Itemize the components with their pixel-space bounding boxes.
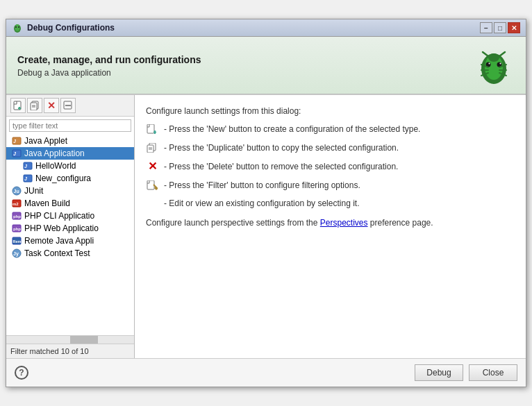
- java-application-icon: J: [12, 149, 22, 158]
- instruction-filter: - Press the 'Filter' button to configure…: [146, 180, 515, 192]
- footer-left: ?: [15, 366, 28, 380]
- copy-icon: [147, 143, 158, 153]
- filter-status: Filter matched 10 of 10: [10, 347, 89, 355]
- tree-item-label: Remote Java Appli: [24, 236, 94, 246]
- title-bar: Debug Configurations − □ ✕: [6, 19, 526, 37]
- svg-line-11: [483, 52, 488, 56]
- header-area: Create, manage, and run configurations D…: [6, 37, 526, 94]
- java-applet-icon: J: [12, 136, 22, 146]
- close-button[interactable]: ✕: [508, 22, 520, 33]
- close-dialog-button[interactable]: Close: [469, 364, 517, 381]
- minimize-button[interactable]: −: [480, 22, 492, 33]
- tree-item-label: Java Applet: [24, 136, 67, 146]
- remote-java-icon: Rem: [12, 236, 22, 246]
- tree-item-java-application[interactable]: J Java Application: [6, 147, 134, 160]
- svg-line-63: [155, 187, 157, 189]
- scroll-thumb: [70, 336, 98, 344]
- tree-item-junit[interactable]: Ju JUnit: [6, 185, 134, 197]
- new-instruction-icon: [146, 124, 158, 135]
- help-button[interactable]: ?: [15, 366, 28, 380]
- tree-item-label: Java Application: [24, 149, 85, 158]
- filter-input[interactable]: [9, 119, 131, 132]
- perspectives-text: Configure launch perspective settings fr…: [146, 217, 515, 230]
- new-instruction-text: - Press the 'New' button to create a con…: [164, 124, 420, 135]
- new-file-icon: [147, 124, 158, 134]
- tree-item-remote-java[interactable]: Rem Remote Java Appli: [6, 235, 134, 247]
- delete-instruction-icon: ✕: [146, 161, 158, 172]
- horizontal-scrollbar[interactable]: [6, 335, 134, 344]
- svg-text:Ju: Ju: [14, 189, 19, 194]
- debug-bug-icon: [473, 45, 515, 87]
- debug-button[interactable]: Debug: [415, 364, 463, 381]
- perspectives-before: Configure launch perspective settings fr…: [146, 218, 320, 228]
- footer-buttons: Debug Close: [415, 364, 517, 381]
- filter-icon-svg: [147, 180, 158, 190]
- tree-item-label: PHP CLI Applicatio: [24, 211, 94, 221]
- header-subtitle: Debug a Java application: [17, 68, 201, 78]
- tree-item-java-applet[interactable]: J Java Applet: [6, 135, 134, 147]
- duplicate-instruction-icon: [146, 142, 158, 153]
- tree-item-helloworld[interactable]: J HelloWorld: [6, 160, 134, 172]
- intro-text: Configure launch settings from this dial…: [146, 105, 515, 118]
- maximize-button[interactable]: □: [494, 22, 506, 33]
- new-icon: [13, 101, 23, 110]
- svg-point-9: [500, 63, 501, 65]
- left-panel: ✕ J Java Applet: [6, 95, 135, 358]
- filter-instruction-icon: [146, 180, 158, 191]
- collapse-button[interactable]: [60, 98, 76, 113]
- tree-item-label: HelloWorld: [35, 161, 76, 171]
- instruction-delete: ✕ - Press the 'Delete' button to remove …: [146, 161, 515, 173]
- tree-item-task-context[interactable]: Jy Task Context Test: [6, 247, 134, 260]
- duplicate-button[interactable]: [27, 98, 42, 113]
- svg-line-12: [499, 52, 505, 56]
- window-icon: [12, 22, 23, 33]
- right-panel: Configure launch settings from this dial…: [135, 95, 526, 358]
- svg-point-10: [488, 53, 499, 62]
- perspectives-after: preference page.: [368, 218, 433, 228]
- tree-item-label: Task Context Test: [24, 248, 90, 258]
- title-bar-left: Debug Configurations: [12, 22, 115, 33]
- x-icon: ✕: [148, 161, 157, 172]
- junit-icon: Ju: [12, 186, 22, 196]
- filter-instruction-text: - Press the 'Filter' button to configure…: [164, 180, 360, 192]
- tree-item-maven[interactable]: m2 Maven Build: [6, 197, 134, 210]
- footer: ? Debug Close: [6, 358, 526, 387]
- instruction-edit: - Edit or view an existing configuration…: [146, 198, 515, 210]
- instruction-list: - Press the 'New' button to create a con…: [146, 124, 515, 210]
- php-web-icon: php: [12, 223, 22, 233]
- maven-icon: m2: [12, 198, 22, 208]
- edit-instruction-text: - Edit or view an existing configuration…: [164, 198, 359, 210]
- tree-item-php-web[interactable]: php PHP Web Applicatio: [6, 222, 134, 235]
- svg-text:Jy: Jy: [13, 251, 19, 257]
- duplicate-instruction-text: - Press the 'Duplicate' button to copy t…: [164, 142, 399, 154]
- main-content: ✕ J Java Applet: [6, 94, 526, 358]
- svg-point-3: [18, 26, 19, 28]
- debug-configurations-window: Debug Configurations − □ ✕ Create, manag…: [6, 19, 526, 387]
- svg-text:Rem: Rem: [13, 239, 22, 244]
- header-title: Create, manage, and run configurations: [17, 54, 201, 65]
- svg-point-8: [489, 63, 490, 65]
- delete-button[interactable]: ✕: [44, 98, 59, 113]
- tree-area: J Java Applet J Java Application J: [6, 135, 134, 335]
- window-title: Debug Configurations: [27, 23, 115, 33]
- tree-item-label: New_configura: [35, 174, 91, 183]
- tree-item-new-config[interactable]: J New_configura: [6, 172, 134, 185]
- collapse-icon: [63, 101, 73, 110]
- tree-item-php-cli[interactable]: php PHP CLI Applicatio: [6, 210, 134, 222]
- helloworld-icon: J: [23, 161, 33, 171]
- new-config-button[interactable]: [10, 98, 26, 113]
- status-bar: Filter matched 10 of 10: [6, 344, 134, 358]
- svg-text:m2: m2: [13, 202, 19, 206]
- delete-instruction-text: - Press the 'Delete' button to remove th…: [164, 161, 398, 173]
- svg-text:php: php: [13, 214, 21, 219]
- delete-icon: ✕: [47, 100, 56, 111]
- toolbar: ✕: [6, 95, 134, 117]
- svg-rect-50: [147, 124, 154, 133]
- instruction-new: - Press the 'New' button to create a con…: [146, 124, 515, 135]
- tree-item-label: Maven Build: [24, 198, 70, 208]
- svg-point-1: [15, 24, 20, 31]
- svg-text:php: php: [13, 227, 21, 231]
- perspectives-link[interactable]: Perspectives: [320, 218, 368, 228]
- edit-instruction-icon: [146, 198, 158, 209]
- svg-point-2: [15, 26, 17, 28]
